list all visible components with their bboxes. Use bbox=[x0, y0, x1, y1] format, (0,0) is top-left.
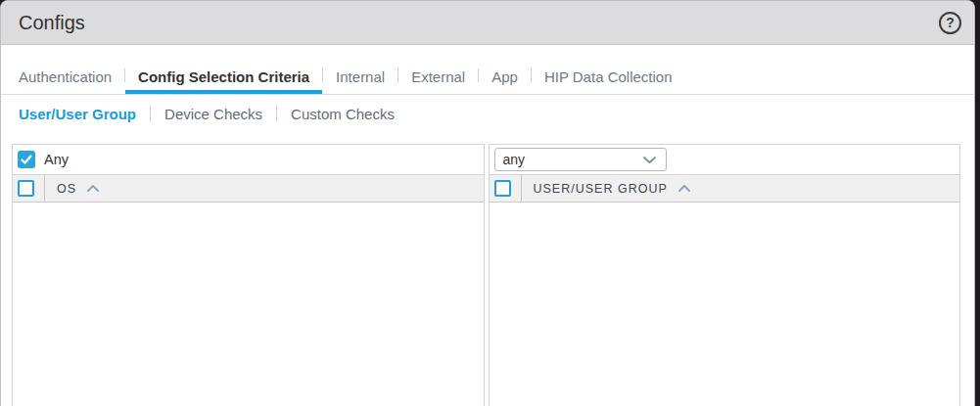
subtab-user-user-group[interactable]: User/User Group bbox=[19, 95, 150, 132]
user-group-select-all-cell bbox=[490, 175, 522, 202]
user-group-panel: any USER/USER GROUP bbox=[489, 144, 961, 406]
os-table-header: OS bbox=[13, 174, 484, 203]
sort-asc-icon[interactable] bbox=[677, 184, 691, 193]
tab-config-selection-criteria[interactable]: Config Selection Criteria bbox=[125, 60, 322, 94]
os-panel: Any OS bbox=[12, 144, 485, 406]
tab-hip-data-collection[interactable]: HIP Data Collection bbox=[532, 60, 685, 94]
tab-authentication[interactable]: Authentication bbox=[19, 60, 124, 94]
subtab-device-checks[interactable]: Device Checks bbox=[151, 95, 276, 132]
user-group-select-all-checkbox[interactable] bbox=[494, 180, 511, 197]
os-column-header[interactable]: OS bbox=[57, 182, 76, 196]
tab-internal[interactable]: Internal bbox=[323, 60, 397, 94]
sort-asc-icon[interactable] bbox=[86, 184, 100, 193]
user-group-table-body[interactable] bbox=[490, 203, 960, 406]
any-checkbox-label: Any bbox=[44, 152, 69, 167]
checkmark-icon bbox=[21, 155, 32, 165]
chevron-down-icon bbox=[642, 156, 657, 164]
user-group-filter-dropdown[interactable]: any bbox=[494, 148, 667, 171]
os-any-row: Any bbox=[13, 145, 484, 174]
main-tabbar: Authentication Config Selection Criteria… bbox=[1, 60, 974, 95]
tab-external[interactable]: External bbox=[398, 60, 478, 94]
tab-app[interactable]: App bbox=[479, 60, 531, 94]
criteria-panels: Any OS any bbox=[1, 144, 974, 406]
user-group-filter-row: any bbox=[490, 145, 960, 174]
dialog-title: Configs bbox=[19, 12, 85, 34]
subtab-custom-checks[interactable]: Custom Checks bbox=[277, 95, 408, 132]
dropdown-value: any bbox=[503, 152, 526, 167]
configs-dialog: Configs ? Authentication Config Selectio… bbox=[0, 0, 975, 406]
dialog-titlebar: Configs ? bbox=[1, 1, 974, 45]
user-group-table-header: USER/USER GROUP bbox=[490, 174, 960, 203]
os-table-body[interactable] bbox=[13, 203, 484, 406]
sub-tabbar: User/User Group Device Checks Custom Che… bbox=[1, 95, 974, 132]
help-icon[interactable]: ? bbox=[939, 12, 961, 34]
os-select-all-cell bbox=[13, 175, 45, 202]
os-select-all-checkbox[interactable] bbox=[18, 180, 34, 197]
any-checkbox[interactable] bbox=[18, 151, 35, 168]
user-group-column-header[interactable]: USER/USER GROUP bbox=[534, 182, 668, 196]
